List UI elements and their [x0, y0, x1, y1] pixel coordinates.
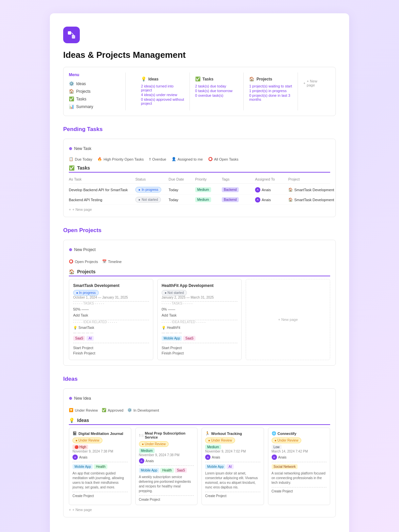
- task-priority: Medium: [195, 187, 222, 192]
- new-idea-plus-icon: ⊕: [69, 396, 72, 401]
- menu-item-summary[interactable]: 📊 Summary: [69, 103, 115, 110]
- idea-divider: [139, 466, 194, 466]
- priority-badge: Medium: [195, 197, 211, 202]
- idea-status-badge: ● Under Review: [272, 438, 302, 443]
- ideas-line-1: 2 idea(s) turned into project: [141, 84, 184, 92]
- tasks-icon: ✅: [69, 96, 74, 101]
- new-idea-button[interactable]: ⊕ New Idea: [69, 394, 330, 403]
- idea-icon: 💡: [73, 326, 77, 330]
- idea-divider: [272, 462, 327, 462]
- start-project-link[interactable]: Start Project: [162, 345, 237, 350]
- ideas-icon: ⚙️: [69, 81, 74, 86]
- tasks-divider: - - - - - TASKS - - - - -: [73, 301, 149, 305]
- idea-date: March 14, 2024 7:42 PM: [272, 450, 327, 453]
- task-tags: Backend: [222, 187, 255, 192]
- plus-icon: +: [303, 81, 305, 85]
- tag-badge: Backend: [222, 197, 239, 202]
- filter-high-priority-icon: 🔥: [97, 157, 102, 161]
- filter-due-today[interactable]: 📋 Due Today: [69, 157, 92, 161]
- idea-related-divider: - - - - - IDEA RELATED - - - - -: [162, 320, 237, 324]
- idea-date: November 9, 2024 7:38 PM: [139, 453, 194, 457]
- project-status-badge: ● Not started: [162, 290, 187, 296]
- menu-item-tasks[interactable]: ✅ Tasks: [69, 95, 115, 103]
- project-progress: 50% ——: [73, 307, 149, 311]
- new-project-button[interactable]: ⊕ New Project: [69, 245, 330, 254]
- tag-mobile: Mobile App: [205, 464, 225, 469]
- priority-badge: Medium: [195, 187, 211, 192]
- menu-new-page-button[interactable]: + + New page: [303, 79, 325, 87]
- idea-title: 🏃 Workout Tracking: [205, 431, 260, 436]
- filter-all-tasks[interactable]: ⭕ All Open Tasks: [208, 157, 238, 161]
- create-project-button[interactable]: Create Project: [205, 494, 260, 498]
- tag-mobile: Mobile App: [162, 336, 182, 341]
- tab-in-development[interactable]: ⚙️ In Development: [127, 407, 159, 414]
- start-project-link[interactable]: Start Project: [73, 345, 149, 350]
- idea-card: 🌐 Connectify ● Under Review Low March 14…: [268, 428, 331, 505]
- tasks-line-3: 0 overdue task(s): [195, 93, 238, 97]
- tab-approved[interactable]: ✅ Approved: [102, 407, 123, 414]
- open-projects-section: ⊕ New Project ⭕ Open Projects 📅 Timeline…: [63, 240, 336, 366]
- idea-description: Lorem ipsum dolor sit amet, consectetur …: [205, 471, 260, 490]
- tag-saas: SaaS: [175, 468, 187, 473]
- add-task-link[interactable]: Add Task: [73, 313, 149, 318]
- author-avatar: A: [139, 458, 144, 464]
- menu-card-projects-header: 🏠 Projects: [249, 76, 292, 81]
- tag-mobile: Mobile App: [139, 468, 159, 473]
- related-idea: 💡 HealthFit: [162, 326, 237, 330]
- task-name: Develop Backend API for SmartTask: [69, 188, 135, 192]
- projects-new-page-button[interactable]: + New page: [246, 279, 330, 360]
- tab-under-review[interactable]: 🔽 Under Review: [69, 407, 98, 414]
- project-title: SmartTask Development: [73, 283, 149, 288]
- avatar: A: [255, 187, 260, 193]
- task-project: 🏠 SmartTask Development: [288, 198, 338, 202]
- task-project: 🏠 SmartTask Development: [288, 188, 338, 192]
- tasks-new-page-button[interactable]: + + New page: [69, 207, 330, 211]
- menu-card-projects: 🏠 Projects 1 project(s) waiting to start…: [244, 72, 298, 110]
- idea-status-badge: ● Under Review: [139, 441, 169, 447]
- task-tags: Backend: [222, 197, 255, 202]
- col-headers: As Task Status Due Date Priority Tags As…: [69, 175, 330, 184]
- idea-tags: Mobile App Health: [72, 464, 128, 469]
- create-project-button[interactable]: Create Project: [72, 494, 128, 498]
- idea-status-badge: ● Under Review: [72, 438, 102, 443]
- priority-medium-badge: Medium: [139, 448, 155, 453]
- idea-icon: 🌐: [272, 431, 276, 436]
- projects-icon: 🏠: [69, 269, 74, 274]
- projects-icon: 🏠: [69, 89, 74, 94]
- menu-divider: [125, 72, 126, 110]
- menu-item-projects[interactable]: 🏠 Projects: [69, 87, 115, 95]
- ideas-section: ⊕ New Idea 🔽 Under Review ✅ Approved ⚙️ …: [63, 388, 336, 517]
- tab-timeline[interactable]: 📅 Timeline: [102, 258, 122, 265]
- tab-open-projects[interactable]: ⭕ Open Projects: [69, 258, 98, 265]
- page-container: Ideas & Projects Management Menu ⚙️ Idea…: [50, 13, 349, 532]
- menu-item-tasks-label: Tasks: [76, 97, 86, 101]
- tag-social: Social Network: [272, 464, 298, 469]
- filter-overdue[interactable]: ‼️ Overdue: [149, 157, 166, 161]
- finish-project-link[interactable]: Finish Project: [73, 350, 149, 356]
- tasks-line-1: 2 task(s) due today: [195, 84, 238, 88]
- actions-divider: [73, 343, 149, 343]
- new-task-button[interactable]: ⊕ New Task: [69, 144, 330, 153]
- actions-divider: [162, 343, 237, 343]
- idea-card: 📓 Digital Meditation Journal ● Under Rev…: [69, 428, 131, 505]
- task-status: ● Not started: [135, 197, 169, 202]
- menu-card-tasks: ✅ Tasks 2 task(s) due today 0 task(s) du…: [190, 72, 244, 110]
- project-tags: SaaS AI: [73, 336, 149, 341]
- ideas-new-page-button[interactable]: + + New page: [69, 508, 330, 512]
- add-task-link[interactable]: Add Task: [162, 313, 237, 318]
- under-review-icon: 🔽: [69, 408, 73, 412]
- filter-high-priority[interactable]: 🔥 High Priority Open Tasks: [97, 157, 144, 161]
- filter-assigned-me[interactable]: 👤 Assigned to me: [172, 157, 203, 161]
- task-assigned: A Anais: [255, 187, 288, 193]
- ideas-table-icon: 💡: [69, 418, 74, 423]
- status-badge: ● Not started: [135, 197, 161, 202]
- idea-title: 🌐 Connectify: [272, 431, 327, 436]
- task-filter-tabs: 📋 Due Today 🔥 High Priority Open Tasks ‼…: [69, 157, 330, 161]
- ideas-table-title: 💡 Ideas: [69, 418, 330, 425]
- finish-project-link[interactable]: Finish Project: [162, 350, 237, 356]
- create-project-button[interactable]: Create Project: [139, 498, 194, 501]
- summary-icon: 📊: [69, 104, 74, 109]
- menu-item-ideas[interactable]: ⚙️ Ideas: [69, 80, 115, 87]
- create-project-button[interactable]: Create Project: [272, 489, 327, 493]
- menu-cards: 💡 Ideas 2 idea(s) turned into project 4 …: [136, 72, 330, 110]
